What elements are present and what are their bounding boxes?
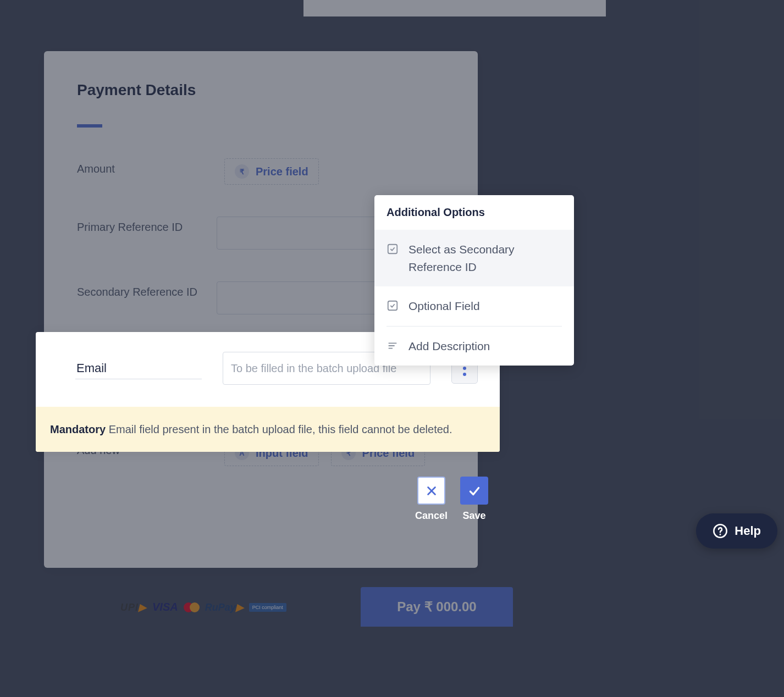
option-label: Optional Field: [408, 297, 480, 315]
additional-options-popover: Additional Options Select as Secondary R…: [374, 195, 574, 366]
option-label: Add Description: [408, 338, 490, 355]
mandatory-alert: Mandatory Email field present in the bat…: [36, 407, 500, 452]
option-secondary-ref[interactable]: Select as Secondary Reference ID: [374, 230, 574, 286]
save-button[interactable]: [460, 477, 488, 505]
option-label: Select as Secondary Reference ID: [408, 241, 562, 275]
alert-strong: Mandatory: [50, 423, 106, 435]
help-icon: [713, 523, 728, 539]
cancel-label: Cancel: [415, 510, 448, 522]
help-button[interactable]: Help: [696, 513, 777, 549]
save-label: Save: [462, 510, 485, 522]
popover-title: Additional Options: [374, 195, 574, 230]
cancel-button[interactable]: [417, 477, 445, 505]
kebab-dot-icon: [463, 373, 466, 376]
field-name-input[interactable]: [75, 358, 202, 379]
svg-rect-0: [388, 245, 397, 254]
svg-point-6: [720, 534, 721, 535]
checkbox-icon: [387, 300, 399, 312]
help-label: Help: [735, 524, 761, 538]
cancel-action: Cancel: [415, 477, 448, 522]
option-add-description[interactable]: Add Description: [374, 327, 574, 366]
kebab-dot-icon: [463, 367, 466, 370]
description-icon: [387, 340, 399, 352]
save-action: Save: [460, 477, 488, 522]
svg-rect-1: [388, 301, 397, 311]
checkbox-icon: [387, 243, 399, 255]
alert-text: Email field present in the batch upload …: [106, 423, 452, 435]
close-icon: [426, 485, 438, 497]
option-optional-field[interactable]: Optional Field: [374, 286, 574, 326]
check-icon: [467, 484, 482, 498]
